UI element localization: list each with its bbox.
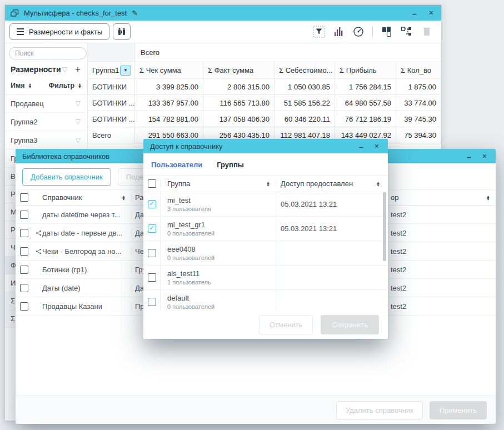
main-toolbar: Размерности и факты xyxy=(5,21,441,43)
group-row[interactable]: default 0 пользователей xyxy=(143,290,388,311)
dictionary-column-header[interactable]: Справочник xyxy=(42,193,82,202)
tab-users[interactable]: Пользователи xyxy=(151,161,202,169)
row-checkbox[interactable] xyxy=(20,266,28,274)
edit-title-icon[interactable]: ✎ xyxy=(132,9,138,17)
binoculars-button[interactable] xyxy=(113,23,131,40)
name-column-header[interactable]: Имя xyxy=(11,82,25,89)
filter-funnel-icon[interactable]: ▽ xyxy=(76,136,81,144)
active-filter-funnel-icon[interactable]: ▼ xyxy=(120,66,131,76)
gauge-icon[interactable] xyxy=(353,26,364,37)
pivot-value-cell: 2 806 315.00 xyxy=(203,79,275,95)
access-dialog-footer: Отменить Сохранить xyxy=(143,310,388,339)
access-dialog: Доступ к справочнику – × Пользователи Гр… xyxy=(143,139,388,339)
sidebar-item-prodavec[interactable]: Продавец ▽ xyxy=(5,94,87,113)
row-checkbox[interactable] xyxy=(20,229,28,237)
close-button[interactable]: × xyxy=(429,9,433,17)
toolbar-divider xyxy=(372,26,373,37)
pivot-value-cell: 1 050 030.85 xyxy=(275,79,335,95)
pivot-row: БОТИНКИ 3 399 825.00 2 806 315.00 1 050 … xyxy=(88,79,441,95)
add-dictionary-button[interactable]: Добавить справочник xyxy=(22,168,111,186)
tab-groups[interactable]: Группы xyxy=(217,161,244,169)
pivot-row: БОТИНКИ ... 133 367 957.00 116 565 713.8… xyxy=(88,95,441,111)
author-column-header[interactable]: ор xyxy=(391,193,398,202)
sort-icon[interactable]: ▲▼ xyxy=(78,83,82,88)
sort-icon[interactable]: ▲▼ xyxy=(486,195,496,201)
sidebar-item-gruppa2[interactable]: Группа2 ▽ xyxy=(5,113,87,131)
bar-chart-icon[interactable] xyxy=(333,27,345,37)
minimize-button[interactable]: – xyxy=(467,153,471,161)
row-checkbox[interactable] xyxy=(20,302,28,311)
pivot-row-dimension-header[interactable]: Группа1 ▼ xyxy=(88,62,135,79)
delete-dictionary-button[interactable]: Удалить справочник xyxy=(336,401,423,419)
row-checkbox[interactable] xyxy=(20,211,28,219)
pivot-value-cell: 51 585 156.22 xyxy=(275,95,335,111)
pivot-value-cell: 3 399 825.00 xyxy=(135,79,203,95)
shared-icon xyxy=(34,248,42,254)
dimensions-facts-button[interactable]: Размерности и факты xyxy=(9,23,109,40)
filter-funnel-icon[interactable]: ▽ xyxy=(62,66,67,73)
row-checkbox-checked[interactable] xyxy=(148,200,156,208)
group-row[interactable]: als_test11 1 пользователь xyxy=(143,266,388,290)
pivot-row-label[interactable]: БОТИНКИ ... xyxy=(88,111,135,127)
pivot-row-label[interactable]: Всего xyxy=(88,127,135,143)
cancel-button[interactable]: Отменить xyxy=(259,315,313,334)
access-table-body: mi_test 3 пользователя 05.03.2021 13:21 … xyxy=(143,192,388,311)
row-checkbox-checked[interactable] xyxy=(148,224,156,233)
sort-icon[interactable]: ▲▼ xyxy=(376,181,385,187)
pivot-column-header[interactable]: Σ Факт сумма xyxy=(203,62,275,79)
pivot-row: БОТИНКИ ... 154 782 881.00 137 058 406.3… xyxy=(88,111,441,127)
group-column-header[interactable]: Группа xyxy=(167,179,190,188)
pivot-row-label[interactable]: БОТИНКИ xyxy=(88,79,135,95)
row-checkbox[interactable] xyxy=(148,249,156,257)
pivot-column-header[interactable]: Σ Себестоимо... xyxy=(275,62,335,79)
close-button[interactable]: × xyxy=(375,142,379,150)
sidebar-item-label: Группа2 xyxy=(11,118,37,126)
granted-column-header[interactable]: Доступ предоставлен xyxy=(281,179,353,188)
pivot-column-header[interactable]: Σ Кол_во xyxy=(396,62,441,79)
close-button[interactable]: × xyxy=(482,152,487,160)
pivot-value-cell: 60 346 220.11 xyxy=(275,111,335,127)
sort-icon[interactable]: ▲▼ xyxy=(266,181,276,187)
screen: Мультисфера - checks_for_test ✎ – × Разм… xyxy=(0,0,504,430)
row-checkbox[interactable] xyxy=(20,247,28,256)
select-all-checkbox[interactable] xyxy=(20,193,28,202)
sidebar-item-gruppa3[interactable]: Группа3 ▽ xyxy=(5,131,87,149)
pivot-column-header[interactable]: Σ Чек сумма xyxy=(135,62,203,79)
minimize-button[interactable]: – xyxy=(359,143,363,151)
apply-button[interactable]: Применить xyxy=(430,401,487,419)
dimensions-panel-title: Размерности xyxy=(11,65,61,74)
sort-icon[interactable]: ▲▼ xyxy=(122,195,131,201)
group-row[interactable]: mi_test_gr1 0 пользователей 05.03.2021 1… xyxy=(143,217,388,241)
copy-pages-icon[interactable] xyxy=(381,26,392,37)
library-dialog-footer: Удалить справочник Применить xyxy=(16,396,496,424)
pivot-value-cell: 133 367 957.00 xyxy=(135,95,203,111)
trash-icon[interactable] xyxy=(421,26,432,37)
minimize-button[interactable]: – xyxy=(412,10,417,18)
select-all-checkbox[interactable] xyxy=(148,179,156,188)
pivot-total-header[interactable]: Всего xyxy=(135,43,441,62)
row-checkbox[interactable] xyxy=(148,298,156,306)
group-row[interactable]: mi_test 3 пользователя 05.03.2021 13:21 xyxy=(143,192,388,217)
group-row[interactable]: eee0408 0 пользователей xyxy=(143,241,388,266)
add-dimension-icon[interactable]: + xyxy=(75,66,81,73)
access-table-header: Группа ▲▼ Доступ предоставлен ▲▼ xyxy=(143,175,388,192)
filter-selection-icon[interactable] xyxy=(313,26,325,38)
row-checkbox[interactable] xyxy=(148,273,156,282)
filter-funnel-icon[interactable]: ▽ xyxy=(76,99,81,107)
pivot-value-cell: 75 394.30 xyxy=(396,127,441,143)
filter-funnel-icon[interactable]: ▽ xyxy=(76,118,81,126)
filter-column-header[interactable]: Фильтр xyxy=(48,82,74,89)
binoculars-icon xyxy=(117,27,127,36)
sort-icon[interactable]: ▲▼ xyxy=(28,83,32,88)
pivot-column-header[interactable]: Σ Прибыль xyxy=(335,62,396,79)
pivot-value-cell: 116 565 713.80 xyxy=(203,95,275,111)
search-input[interactable] xyxy=(9,47,87,59)
pivot-value-cell: 33 774.00 xyxy=(396,95,441,111)
pivot-row-label[interactable]: БОТИНКИ ... xyxy=(88,95,135,111)
app-window-icon xyxy=(11,9,19,17)
row-checkbox[interactable] xyxy=(20,284,28,292)
pivot-value-cell: 154 782 881.00 xyxy=(135,111,203,127)
save-button[interactable]: Сохранить xyxy=(321,315,379,334)
scrollbar-thumb[interactable] xyxy=(383,192,386,261)
hierarchy-icon[interactable] xyxy=(401,26,413,37)
